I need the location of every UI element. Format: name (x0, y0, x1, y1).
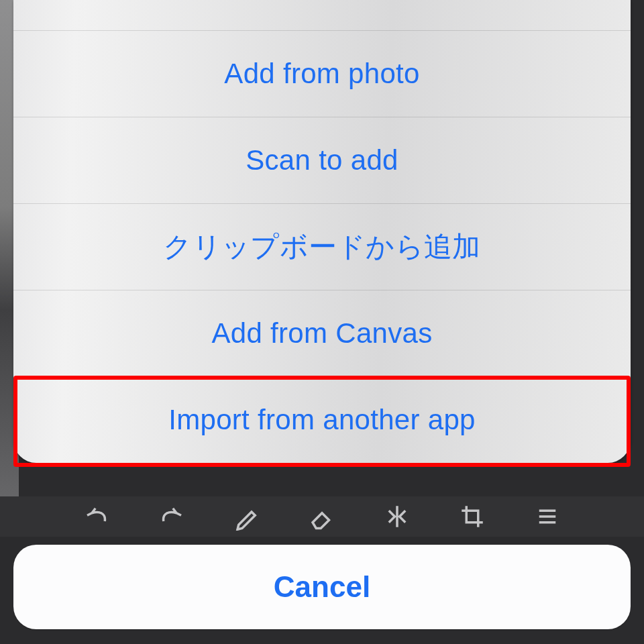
background-toolbar (0, 496, 644, 537)
undo-icon (83, 502, 111, 531)
option-label: Scan to add (246, 144, 398, 176)
flip-icon (383, 502, 411, 531)
option-label: クリップボードから追加 (163, 228, 480, 266)
pen-icon (233, 502, 261, 531)
screen: Add from photo Scan to add クリップボードから追加 A… (0, 0, 644, 644)
option-add-from-clipboard[interactable]: クリップボードから追加 (13, 203, 631, 290)
option-truncated[interactable] (13, 0, 631, 30)
option-add-from-photo[interactable]: Add from photo (13, 30, 631, 117)
cancel-button[interactable]: Cancel (13, 545, 631, 629)
redo-icon (158, 502, 186, 531)
menu-icon (533, 502, 561, 531)
option-label: Import from another app (168, 404, 475, 436)
option-label: Add from photo (224, 58, 419, 90)
crop-icon (458, 502, 486, 531)
option-add-from-canvas[interactable]: Add from Canvas (13, 290, 631, 376)
option-label: Add from Canvas (212, 317, 433, 350)
option-scan-to-add[interactable]: Scan to add (13, 117, 631, 203)
cancel-label: Cancel (274, 570, 370, 604)
action-sheet: Add from photo Scan to add クリップボードから追加 A… (13, 0, 631, 463)
eraser-icon (308, 502, 336, 531)
option-import-from-another-app[interactable]: Import from another app (13, 376, 631, 463)
